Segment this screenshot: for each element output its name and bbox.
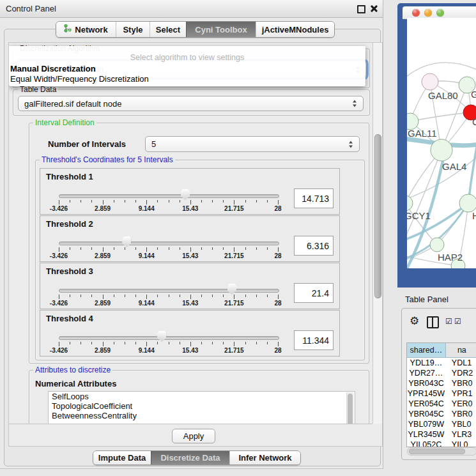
table-row[interactable]: YBR045CYBR0 xyxy=(407,409,476,419)
control-panel-title: Control Panel xyxy=(6,4,56,13)
table-data-combobox[interactable]: galFiltered.sif default node xyxy=(18,96,364,111)
close-window-icon[interactable] xyxy=(412,9,420,17)
combo-stepper-icon xyxy=(353,100,357,107)
tab-discretize-data[interactable]: Discretize Data xyxy=(151,451,229,464)
network-canvas[interactable]: GAL80GCGAL11GAL4GCY1HHAP2 xyxy=(407,18,476,268)
numerical-attributes-label: Numerical Attributes xyxy=(35,379,116,388)
table-cell: YIL0 xyxy=(445,440,476,447)
algorithm-option-equal-width-frequency-discretization[interactable]: Equal Width/Frequency Discretization xyxy=(10,74,149,84)
tab-select[interactable]: Select xyxy=(150,22,186,37)
network-node-pink[interactable] xyxy=(422,73,438,90)
network-edge-thick xyxy=(407,203,468,240)
threshold-value-input[interactable] xyxy=(294,236,334,256)
numerical-attributes-list[interactable]: SelfLoopsTopologicalCoefficientBetweenne… xyxy=(48,391,355,424)
table-row[interactable]: YBL079WYBL0 xyxy=(407,419,476,429)
close-panel-icon[interactable] xyxy=(370,4,378,12)
tab-cyni-toolbox[interactable]: Cyni Toolbox xyxy=(186,22,256,37)
table-column-header-1[interactable]: shared… xyxy=(407,343,446,358)
attribute-item-topologicalcoefficient[interactable]: TopologicalCoefficient xyxy=(49,401,355,411)
slider-track[interactable] xyxy=(59,289,279,293)
table-cell: YIL052C xyxy=(407,440,445,447)
table-row[interactable]: YER054CYER0 xyxy=(407,399,476,409)
control-panel-window: Control Panel NetworkStyleSelectCyni Too… xyxy=(0,0,383,469)
slider-ticks xyxy=(59,247,278,252)
tab-infer-network[interactable]: Infer Network xyxy=(229,451,300,464)
table-cell: YPR145W xyxy=(407,388,445,399)
slider-track[interactable] xyxy=(59,242,279,245)
float-window-icon[interactable] xyxy=(357,5,365,13)
table-column-header-2[interactable]: na xyxy=(446,343,476,358)
network-node-label: GAL4 xyxy=(442,161,466,172)
threshold-panel-1: Threshold 1-3.4262.8599.14415.4321.71528 xyxy=(40,168,340,215)
algorithm-option-manual-discretization[interactable]: Manual Discretization xyxy=(10,64,96,73)
scroll-viewport: Discretization Algorithm Manual Discreti… xyxy=(9,43,372,424)
checkbox-icon[interactable]: ☑ xyxy=(454,317,461,326)
attributes-list-scrollbar[interactable] xyxy=(346,392,354,424)
network-node-green[interactable] xyxy=(459,194,476,212)
tab-style[interactable]: Style xyxy=(116,22,150,37)
slider-ticks xyxy=(59,295,278,300)
table-cell: YDL19… xyxy=(407,358,445,368)
table-cell: YDR27… xyxy=(407,368,445,378)
threshold-value-input[interactable] xyxy=(294,188,334,208)
table-cell: YDL1 xyxy=(445,358,476,368)
network-edge xyxy=(410,112,471,121)
table-data-combobox-value: galFiltered.sif default node xyxy=(24,99,121,109)
table-cell: YBR045C xyxy=(407,409,445,419)
tab-label: Impute Data xyxy=(98,453,146,463)
combo-stepper-icon xyxy=(349,141,353,148)
attribute-item-betweennesscentrality[interactable]: BetweennessCentrality xyxy=(49,411,355,420)
slider-thumb[interactable] xyxy=(181,189,190,200)
number-of-intervals-combobox[interactable]: 5 xyxy=(145,136,360,152)
threshold-value-input[interactable] xyxy=(294,283,334,303)
slider-ticks xyxy=(59,342,278,347)
table-row[interactable]: YIL052CYIL0 xyxy=(407,440,476,447)
apply-button[interactable]: Apply xyxy=(172,429,215,443)
slider-thumb[interactable] xyxy=(157,331,166,342)
table-row[interactable]: YDL19…YDL1 xyxy=(407,358,476,368)
slider-track[interactable] xyxy=(59,194,279,198)
network-node-green[interactable] xyxy=(430,238,444,252)
table-row[interactable]: YBR043CYBR0 xyxy=(407,378,476,388)
slider-thumb[interactable] xyxy=(227,284,236,295)
attribute-item-selfloops[interactable]: SelfLoops xyxy=(49,392,355,401)
attributes-scrollbar-thumb[interactable] xyxy=(348,394,353,424)
table-horizontal-scrollbar[interactable] xyxy=(407,447,476,456)
network-node-label: C xyxy=(472,116,476,127)
minimize-window-icon[interactable] xyxy=(424,9,432,17)
table-scrollbar-thumb[interactable] xyxy=(409,449,465,454)
tab-network[interactable]: Network xyxy=(56,22,116,37)
zoom-window-icon[interactable] xyxy=(436,9,444,17)
slider-tick-labels: -3.4262.8599.14415.4321.71528 xyxy=(59,300,278,307)
threshold-label: Threshold 3 xyxy=(46,266,93,276)
network-node-label: GAL11 xyxy=(408,128,437,139)
node-attribute-table: shared…na YDL19…YDL1YDR27…YDR2YBR043CYBR… xyxy=(406,342,476,447)
threshold-value-input[interactable] xyxy=(294,330,334,350)
control-panel-titlebar: Control Panel xyxy=(0,0,383,18)
checkbox-icon[interactable]: ☑ xyxy=(445,317,452,326)
tab-label: Cyni Toolbox xyxy=(195,25,247,35)
tab-label: jActiveMNodules xyxy=(262,25,329,35)
table-row[interactable]: YPR145WYPR1 xyxy=(407,388,476,399)
number-of-intervals-label: Number of Intervals xyxy=(48,139,126,149)
slider-tick-labels: -3.4262.8599.14415.4321.71528 xyxy=(59,347,278,354)
tab-label: Select xyxy=(156,25,180,35)
table-row[interactable]: YDR27…YDR2 xyxy=(407,368,476,378)
tab-label: Discretize Data xyxy=(160,453,220,463)
network-node-green[interactable] xyxy=(407,196,413,211)
table-cell: YBR043C xyxy=(407,378,445,388)
network-node-label: GAL80 xyxy=(428,90,458,101)
slider-track[interactable] xyxy=(59,336,279,340)
panel-scrollbar-thumb[interactable] xyxy=(374,134,381,298)
panel-scrollbar[interactable] xyxy=(372,43,382,424)
slider-thumb[interactable] xyxy=(122,236,131,247)
network-node-green[interactable] xyxy=(431,139,452,161)
interval-definition-group-title: Interval Definition xyxy=(33,119,96,127)
column-selector-icon[interactable] xyxy=(427,316,439,328)
tab-impute-data[interactable]: Impute Data xyxy=(93,451,151,464)
table-cell: YBR0 xyxy=(445,409,476,419)
table-row[interactable]: YLR345WYLR3 xyxy=(407,429,476,440)
control-panel-tabs: NetworkStyleSelectCyni ToolboxjActiveMNo… xyxy=(56,21,335,38)
settings-gear-icon[interactable]: ⚙ xyxy=(410,314,419,328)
tab-jactivemnodules[interactable]: jActiveMNodules xyxy=(256,22,334,37)
